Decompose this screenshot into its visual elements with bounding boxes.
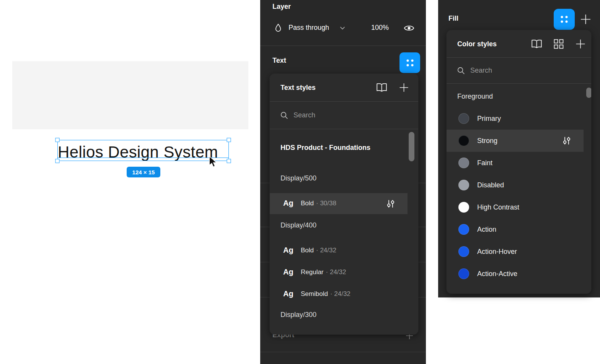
blend-mode-droplet-icon <box>274 23 282 33</box>
color-style-row[interactable]: Action-Active <box>447 263 584 285</box>
text-style-row-selected[interactable]: Ag Bold· 30/38 <box>270 193 408 214</box>
color-chip <box>458 246 469 257</box>
popup-divider <box>447 83 591 84</box>
color-chip <box>458 224 469 235</box>
color-chip <box>458 113 469 124</box>
plus-icon[interactable] <box>580 14 591 25</box>
color-style-row[interactable]: Action <box>447 218 584 240</box>
sliders-icon[interactable] <box>386 200 395 208</box>
text-styles-title: Text styles <box>280 84 316 92</box>
text-styles-search-input[interactable] <box>293 102 389 129</box>
selection-handle-bottom-right[interactable] <box>227 159 231 163</box>
color-label: Primary <box>477 115 501 123</box>
style-detail: · 24/32 <box>330 290 351 297</box>
selection-baseline-line <box>57 158 229 158</box>
search-icon <box>457 67 465 75</box>
color-style-row[interactable]: Action-Hover <box>447 240 584 263</box>
text-style-row[interactable]: Ag Semibold· 24/32 <box>270 283 408 305</box>
blend-mode-value[interactable]: Pass through <box>289 24 329 32</box>
color-label: Disabled <box>477 181 504 189</box>
library-name-header: HDS Product - Foundations <box>280 144 370 152</box>
style-group-display-500: Display/500 <box>280 174 316 182</box>
color-styles-search-row[interactable] <box>447 58 591 83</box>
color-styles-search-input[interactable] <box>470 58 566 83</box>
style-weight: Bold <box>301 200 314 207</box>
fill-style-dots-button[interactable] <box>554 9 575 30</box>
style-dots-icon <box>405 58 415 68</box>
visibility-eye-icon[interactable] <box>404 24 414 32</box>
color-styles-popup: Color styles Foreground Primary Strong <box>447 30 591 294</box>
layer-opacity-value[interactable]: 100% <box>371 24 389 32</box>
style-sample: Ag <box>283 268 293 276</box>
color-style-row[interactable]: Highlight <box>447 285 584 294</box>
section-divider <box>260 46 426 46</box>
popup-divider <box>270 129 418 129</box>
plus-icon[interactable] <box>576 39 585 49</box>
style-sample: Ag <box>283 246 293 255</box>
fill-section-title: Fill <box>448 15 458 23</box>
color-label: Faint <box>477 159 492 167</box>
text-styles-popup: Text styles HDS Product - Foundations Di… <box>270 74 418 335</box>
design-canvas[interactable]: Helios Design System 124 × 15 <box>12 61 248 129</box>
selection-handle-top-right[interactable] <box>227 138 231 142</box>
style-sample: Ag <box>283 199 293 208</box>
cursor-arrow-icon <box>209 156 218 168</box>
color-style-row[interactable]: High Contrast <box>447 196 584 218</box>
library-book-icon[interactable] <box>377 83 387 92</box>
color-group-foreground: Foreground <box>457 93 493 101</box>
color-chip <box>458 135 469 146</box>
text-section-title: Text <box>272 57 286 65</box>
style-sample: Ag <box>283 289 293 298</box>
style-weight: Bold <box>301 247 314 254</box>
selection-handle-bottom-left[interactable] <box>55 159 60 163</box>
color-styles-title: Color styles <box>457 40 497 48</box>
text-styles-search-row[interactable] <box>270 102 418 129</box>
library-book-icon[interactable] <box>532 39 542 48</box>
text-style-row[interactable]: Ag Regular· 24/32 <box>270 262 408 283</box>
color-chip <box>458 180 469 190</box>
color-style-row[interactable]: Primary <box>447 107 584 130</box>
color-label: Strong <box>477 137 497 145</box>
sliders-icon[interactable] <box>562 136 571 145</box>
color-chip <box>458 202 469 213</box>
style-group-display-400: Display/400 <box>280 221 316 229</box>
color-chip <box>458 158 469 168</box>
style-group-display-300: Display/300 <box>280 311 316 319</box>
color-style-row[interactable]: Disabled <box>447 174 584 196</box>
scrollbar-thumb[interactable] <box>409 132 414 161</box>
color-style-row-selected[interactable]: Strong <box>447 130 584 152</box>
text-styles-header: Text styles <box>270 74 418 101</box>
plus-icon[interactable] <box>399 83 409 93</box>
section-divider <box>260 352 426 352</box>
size-badge: 124 × 15 <box>127 167 160 177</box>
style-detail: · 24/32 <box>326 268 346 276</box>
style-dots-icon <box>559 14 569 24</box>
chevron-down-icon[interactable] <box>340 26 345 30</box>
grid-view-icon[interactable] <box>554 39 564 49</box>
selection-handle-top-left[interactable] <box>55 138 60 142</box>
scrollbar-thumb[interactable] <box>586 88 591 98</box>
color-style-row[interactable]: Faint <box>447 152 584 174</box>
color-label: High Contrast <box>477 203 519 211</box>
style-detail: · 24/32 <box>316 247 336 254</box>
color-chip <box>458 268 469 279</box>
color-label: Action-Active <box>477 270 517 278</box>
color-label: Action <box>477 226 496 234</box>
style-weight: Regular <box>301 268 324 276</box>
search-icon <box>280 112 288 119</box>
text-style-dots-button[interactable] <box>399 52 420 73</box>
text-style-row[interactable]: Ag Bold· 24/32 <box>270 240 408 262</box>
color-styles-header: Color styles <box>447 30 591 57</box>
style-detail: · 30/38 <box>316 200 336 207</box>
layer-section-title: Layer <box>272 3 291 11</box>
color-label: Action-Hover <box>477 248 517 256</box>
blend-mode-row[interactable]: Pass through <box>274 23 416 33</box>
style-weight: Semibold <box>301 290 328 297</box>
